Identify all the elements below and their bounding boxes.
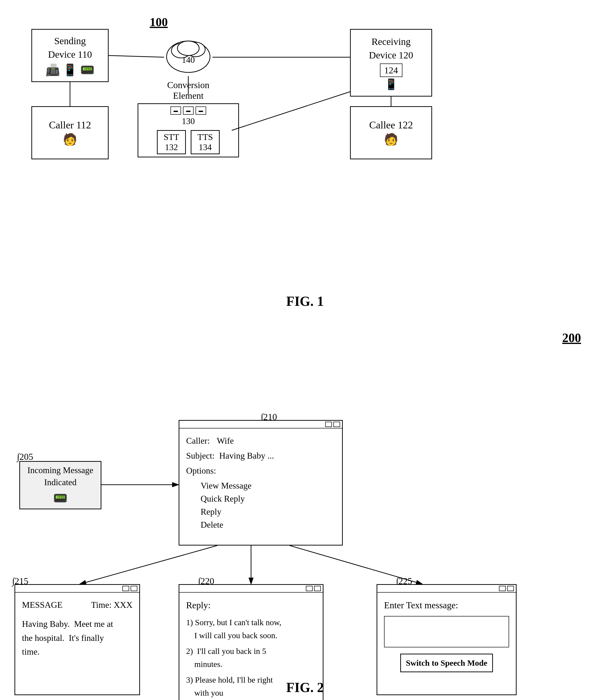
message-body: Having Baby. Meet me atthe hospital. It'…: [22, 617, 132, 659]
stt-label: STT: [164, 132, 179, 142]
incoming-msg-line2: Indicated: [44, 476, 77, 488]
conversion-ref: 130: [182, 116, 195, 126]
stt-box: STT 132: [157, 130, 186, 154]
window-210-content: Caller: Wife Subject: Having Baby ... Op…: [179, 428, 342, 537]
callee-box: Callee 122 🧑: [350, 106, 432, 159]
tts-ref: 134: [199, 142, 212, 152]
tts-box: TTS 134: [191, 130, 220, 154]
callee-label: Callee 122: [369, 119, 413, 131]
window-215-content: MESSAGE Time: XXX Having Baby. Meet me a…: [15, 592, 139, 665]
fig1-ref-num: 100: [150, 15, 168, 29]
window-210: Caller: Wife Subject: Having Baby ... Op…: [179, 420, 343, 546]
sending-device-icons: 📠 📱 📟: [45, 63, 95, 77]
option-quick-reply[interactable]: Quick Reply: [200, 492, 335, 505]
reply-option-1[interactable]: 1) Sorry, but I can't talk now, I will c…: [186, 616, 316, 642]
tts-label: TTS: [197, 132, 213, 142]
window-215: MESSAGE Time: XXX Having Baby. Meet me a…: [15, 584, 140, 695]
ref-205: ∫205: [17, 451, 33, 462]
win-btn-1: [325, 422, 332, 427]
window-225-content: Enter Text message: Switch to Speech Mod…: [377, 592, 516, 678]
receiving-device-icon: 📱: [385, 78, 398, 91]
option-reply[interactable]: Reply: [200, 505, 335, 518]
incoming-msg-line1: Incoming Message: [28, 464, 93, 476]
fig2-ref-num: 200: [562, 331, 581, 345]
sending-device-label: SendingDevice 110: [48, 34, 92, 61]
win-225-btn-1: [499, 586, 506, 591]
window-210-titlebar: [179, 421, 342, 428]
message-label: MESSAGE: [22, 598, 63, 612]
network-cloud: 140: [164, 37, 212, 76]
svg-line-13: [80, 546, 217, 584]
subject-field-label: Subject:: [186, 451, 214, 460]
reply-label: Reply:: [186, 598, 316, 612]
receiving-device-inner: 124: [380, 64, 402, 77]
caller-field-value: Wife: [217, 436, 234, 445]
caller-icon: 🧑: [63, 133, 77, 146]
win-btn-2: [333, 422, 340, 427]
win-220-btn-1: [306, 586, 312, 591]
svg-text:140: 140: [182, 55, 195, 65]
sending-device-box: SendingDevice 110 📠 📱 📟: [31, 29, 109, 82]
receiving-device-label: ReceivingDevice 120: [369, 35, 413, 62]
option-delete[interactable]: Delete: [200, 518, 335, 531]
win-215-btn-1: [123, 586, 129, 591]
fig1-caption: FIG. 1: [286, 294, 324, 309]
options-field-label: Options:: [186, 466, 216, 475]
speech-mode-button[interactable]: Switch to Speech Mode: [400, 654, 493, 672]
svg-point-9: [177, 41, 199, 55]
caller-label: Caller 112: [49, 119, 91, 131]
win-215-btn-2: [131, 586, 138, 591]
conversion-label: ConversionElement: [138, 80, 239, 101]
text-input-area[interactable]: [384, 616, 509, 647]
caller-field-label: Caller:: [186, 436, 210, 445]
subject-field-value: Having Baby ...: [219, 451, 274, 460]
receiving-device-box: ReceivingDevice 120 124 📱: [350, 29, 432, 97]
option-view-message[interactable]: View Message: [200, 479, 335, 492]
incoming-message-box: Incoming Message Indicated 📟: [19, 461, 101, 509]
time-label: Time: XXX: [91, 598, 132, 612]
win-225-btn-2: [507, 586, 514, 591]
fig2-caption: FIG. 2: [286, 680, 324, 695]
incoming-msg-icon: 📟: [53, 490, 68, 506]
win-220-btn-2: [314, 586, 321, 591]
window-215-titlebar: [15, 585, 139, 592]
caller-box: Caller 112 🧑: [31, 106, 109, 159]
conv-top-icons: ▬ ▬ ▬: [171, 107, 206, 115]
conversion-element-container: ConversionElement ▬ ▬ ▬ 130 STT 132 TTS …: [138, 80, 239, 157]
conv-boxes: STT 132 TTS 134: [157, 130, 220, 154]
window-220-titlebar: [179, 585, 323, 592]
options-list: View Message Quick Reply Reply Delete: [200, 479, 335, 531]
window-225-titlebar: [377, 585, 516, 592]
svg-line-0: [109, 55, 164, 57]
enter-text-label: Enter Text message:: [384, 598, 509, 612]
stt-ref: 132: [165, 142, 178, 152]
svg-line-5: [232, 92, 350, 130]
reply-option-2[interactable]: 2) I'll call you back in 5 minutes.: [186, 645, 316, 671]
conversion-inner: ▬ ▬ ▬ 130 STT 132 TTS 134: [138, 103, 239, 157]
callee-icon: 🧑: [384, 133, 398, 146]
window-225: Enter Text message: Switch to Speech Mod…: [376, 584, 517, 695]
